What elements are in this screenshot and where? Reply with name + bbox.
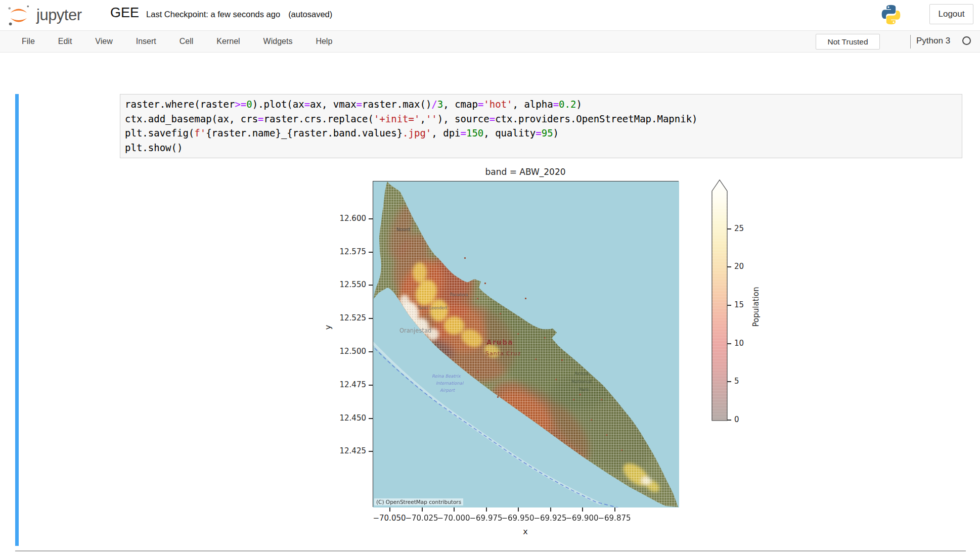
map-label-oranjestad: Oranjestad (399, 327, 431, 334)
notebook-title-area: GEE Last Checkpoint: a few seconds ago (… (110, 5, 332, 21)
x-tick-label: −69.875 (596, 514, 633, 523)
x-tick-mark (550, 507, 551, 512)
x-tick-mark (518, 507, 519, 512)
colorbar-tick-mark (727, 381, 731, 382)
menu-edit[interactable]: Edit (47, 37, 84, 46)
menubar: File Edit View Insert Cell Kernel Widget… (0, 30, 980, 53)
y-tick-label: 12.425 (324, 446, 366, 455)
logout-label: Logout (939, 9, 965, 19)
map-plot: NoordTanki LeendertParaderaOranjestadAru… (373, 181, 679, 507)
brand-text: jupyter (36, 6, 82, 24)
colorbar (709, 179, 730, 422)
colorbar-tick-label: 10 (734, 339, 744, 348)
map-label-tanki-leendert: Tanki Leendert (418, 306, 448, 310)
y-tick-mark (369, 318, 373, 319)
jupyter-logo-icon (6, 3, 31, 27)
colorbar-tick-mark (727, 420, 731, 421)
menu-kernel[interactable]: Kernel (205, 37, 251, 46)
colorbar-tick-mark (727, 266, 731, 267)
colorbar-tick-mark (727, 343, 731, 344)
x-tick-mark (486, 507, 487, 512)
code-line-4[interactable]: plt.show() (125, 141, 698, 155)
x-tick-label: −69.950 (500, 514, 536, 523)
aruba-map-image (373, 181, 679, 507)
x-tick-label: −69.925 (532, 514, 568, 523)
colorbar-tick-label: 5 (734, 377, 739, 386)
map-label-arikok: Arikok (574, 371, 590, 376)
code-editor[interactable]: raster.where(raster>=0).plot(ax=ax, vmax… (125, 97, 698, 155)
code-cell-input[interactable]: raster.where(raster>=0).plot(ax=ax, vmax… (120, 94, 962, 158)
python-logo-icon (880, 3, 902, 28)
code-line-2[interactable]: ctx.add_basemap(ax, crs=raster.crs.repla… (125, 112, 698, 126)
colorbar-tick-mark (727, 305, 731, 306)
y-tick-mark (369, 385, 373, 386)
jupyter-notebook-app: jupyter GEE Last Checkpoint: a few secon… (0, 0, 980, 555)
x-tick-mark (582, 507, 583, 512)
map-label-park: Park (578, 387, 589, 392)
map-label-reina-beatrix: Reina Beatrix (432, 374, 461, 379)
y-tick-mark (369, 418, 373, 419)
y-tick-mark (369, 451, 373, 452)
notebook-area: raster.where(raster>=0).plot(ax=ax, vmax… (0, 79, 980, 555)
y-tick-label: 12.500 (324, 347, 366, 356)
cell-divider (15, 550, 966, 551)
kernel-idle-indicator-icon (962, 36, 971, 45)
colorbar-tick-label: 0 (734, 415, 739, 424)
map-label-international: International (436, 381, 463, 386)
y-tick-label: 12.600 (324, 214, 366, 223)
map-label-national: National (571, 379, 592, 384)
y-tick-label: 12.575 (324, 247, 366, 256)
colorbar-tick-label: 15 (734, 300, 744, 309)
menu-cell[interactable]: Cell (168, 37, 205, 46)
trust-status-badge[interactable]: Not Trusted (816, 34, 880, 50)
y-tick-label: 12.475 (324, 380, 366, 389)
x-tick-label: −69.975 (468, 514, 504, 523)
colorbar-tick-mark (727, 228, 731, 229)
trust-status-label: Not Trusted (827, 37, 868, 47)
x-tick-label: −70.050 (371, 514, 408, 523)
checkpoint-status: Last Checkpoint: a few seconds ago (146, 10, 280, 19)
header: jupyter GEE Last Checkpoint: a few secon… (0, 0, 980, 30)
x-tick-label: −69.900 (564, 514, 600, 523)
map-label-paradera: Paradera (450, 293, 468, 297)
jupyter-logo[interactable]: jupyter (6, 3, 82, 27)
y-tick-mark (369, 252, 373, 253)
selected-cell-indicator (15, 94, 19, 546)
colorbar-label: Population (751, 279, 761, 335)
menu-widgets[interactable]: Widgets (252, 37, 304, 46)
map-attribution: (C) OpenStreetMap contributors (374, 498, 463, 505)
menu-help[interactable]: Help (304, 37, 344, 46)
cell-output-figure: band = ABW_2020 (324, 165, 781, 541)
code-line-3[interactable]: plt.savefig(f'{raster.name}_{raster.band… (125, 126, 698, 141)
plot-title: band = ABW_2020 (374, 167, 677, 177)
menu-insert[interactable]: Insert (124, 37, 168, 46)
notebook-title[interactable]: GEE (110, 5, 139, 21)
x-tick-label: −70.000 (435, 514, 472, 523)
map-label-noord: Noord (396, 227, 410, 232)
kernel-divider (910, 35, 911, 49)
x-tick-label: −70.025 (404, 514, 440, 523)
x-tick-mark (389, 507, 390, 512)
toolbar: Run Code (0, 53, 980, 79)
y-tick-mark (369, 218, 373, 219)
y-tick-label: 12.550 (324, 280, 366, 289)
kernel-name: Python 3 (916, 36, 950, 46)
x-axis-label: x (510, 527, 541, 536)
x-tick-mark (454, 507, 455, 512)
map-label-santa-cruz: Santa Cruz (485, 350, 521, 357)
menu-file[interactable]: File (10, 37, 47, 46)
autosave-status: (autosaved) (288, 10, 332, 19)
code-line-1[interactable]: raster.where(raster>=0).plot(ax=ax, vmax… (125, 97, 698, 112)
colorbar-tick-label: 20 (734, 262, 744, 271)
menu-view[interactable]: View (83, 37, 124, 46)
colorbar-tick-label: 25 (734, 224, 744, 233)
map-label-aruba: Aruba (486, 338, 513, 346)
logout-button[interactable]: Logout (929, 4, 973, 24)
y-tick-mark (369, 351, 373, 352)
x-tick-mark (614, 507, 615, 512)
map-label-airport: Airport (440, 388, 455, 393)
x-tick-mark (422, 507, 423, 512)
y-tick-mark (369, 285, 373, 286)
y-axis-label: y (323, 312, 333, 343)
y-tick-label: 12.450 (324, 413, 366, 423)
